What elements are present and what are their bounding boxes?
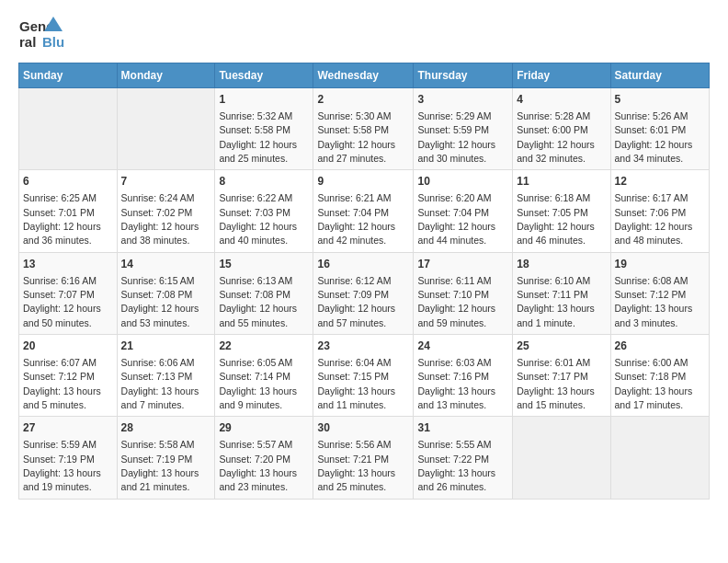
day-info: Sunrise: 5:26 AMSunset: 6:01 PMDaylight:… xyxy=(615,110,693,164)
day-info: Sunrise: 5:59 AMSunset: 7:19 PMDaylight:… xyxy=(23,439,101,492)
day-number: 3 xyxy=(417,92,508,108)
calendar-cell: 4 Sunrise: 5:28 AMSunset: 6:00 PMDayligh… xyxy=(513,88,610,170)
day-info: Sunrise: 6:01 AMSunset: 7:17 PMDaylight:… xyxy=(517,357,595,410)
header-tuesday: Tuesday xyxy=(215,63,313,88)
logo-svg: Gene ral Blue xyxy=(18,15,64,53)
day-info: Sunrise: 5:55 AMSunset: 7:22 PMDaylight:… xyxy=(417,439,495,492)
day-info: Sunrise: 5:29 AMSunset: 5:59 PMDaylight:… xyxy=(417,110,495,164)
day-number: 28 xyxy=(121,420,211,436)
day-number: 20 xyxy=(23,339,113,354)
calendar-cell: 3 Sunrise: 5:29 AMSunset: 5:59 PMDayligh… xyxy=(414,88,513,170)
day-number: 21 xyxy=(121,339,211,354)
calendar-cell: 30 Sunrise: 5:56 AMSunset: 7:21 PMDaylig… xyxy=(313,417,414,499)
calendar-cell: 10 Sunrise: 6:20 AMSunset: 7:04 PMDaylig… xyxy=(414,170,513,252)
day-number: 30 xyxy=(317,420,409,436)
page-header: Gene ral Blue xyxy=(18,15,710,53)
day-number: 25 xyxy=(517,339,606,354)
day-number: 23 xyxy=(317,339,409,354)
header-thursday: Thursday xyxy=(414,63,513,88)
calendar-week-row: 27 Sunrise: 5:59 AMSunset: 7:19 PMDaylig… xyxy=(19,417,710,499)
day-number: 7 xyxy=(121,174,211,190)
day-number: 10 xyxy=(417,174,508,190)
calendar-cell: 20 Sunrise: 6:07 AMSunset: 7:12 PMDaylig… xyxy=(19,335,118,417)
calendar-week-row: 13 Sunrise: 6:16 AMSunset: 7:07 PMDaylig… xyxy=(19,252,710,334)
day-number: 4 xyxy=(517,92,606,108)
calendar-cell: 15 Sunrise: 6:13 AMSunset: 7:08 PMDaylig… xyxy=(215,252,313,334)
calendar-cell: 11 Sunrise: 6:18 AMSunset: 7:05 PMDaylig… xyxy=(513,170,610,252)
day-number: 13 xyxy=(23,257,113,272)
day-info: Sunrise: 6:08 AMSunset: 7:12 PMDaylight:… xyxy=(615,275,693,328)
calendar-cell: 18 Sunrise: 6:10 AMSunset: 7:11 PMDaylig… xyxy=(513,252,610,334)
day-info: Sunrise: 5:28 AMSunset: 6:00 PMDaylight:… xyxy=(517,110,595,164)
header-monday: Monday xyxy=(117,63,215,88)
day-info: Sunrise: 5:57 AMSunset: 7:20 PMDaylight:… xyxy=(219,439,297,492)
day-info: Sunrise: 6:10 AMSunset: 7:11 PMDaylight:… xyxy=(517,275,595,328)
calendar-cell: 29 Sunrise: 5:57 AMSunset: 7:20 PMDaylig… xyxy=(215,417,313,499)
day-number: 29 xyxy=(219,420,309,436)
header-wednesday: Wednesday xyxy=(313,63,414,88)
calendar-cell: 1 Sunrise: 5:32 AMSunset: 5:58 PMDayligh… xyxy=(215,88,313,170)
calendar-cell: 31 Sunrise: 5:55 AMSunset: 7:22 PMDaylig… xyxy=(414,417,513,499)
day-info: Sunrise: 6:05 AMSunset: 7:14 PMDaylight:… xyxy=(219,357,297,410)
day-info: Sunrise: 6:03 AMSunset: 7:16 PMDaylight:… xyxy=(417,357,495,410)
calendar-week-row: 6 Sunrise: 6:25 AMSunset: 7:01 PMDayligh… xyxy=(19,170,710,252)
svg-text:Blue: Blue xyxy=(42,34,64,50)
calendar-cell: 14 Sunrise: 6:15 AMSunset: 7:08 PMDaylig… xyxy=(117,252,215,334)
day-number: 27 xyxy=(23,420,113,436)
day-number: 15 xyxy=(219,257,309,272)
calendar-cell: 28 Sunrise: 5:58 AMSunset: 7:19 PMDaylig… xyxy=(117,417,215,499)
day-info: Sunrise: 6:11 AMSunset: 7:10 PMDaylight:… xyxy=(417,275,495,328)
day-info: Sunrise: 6:16 AMSunset: 7:07 PMDaylight:… xyxy=(23,275,101,328)
day-number: 14 xyxy=(121,257,211,272)
calendar-week-row: 20 Sunrise: 6:07 AMSunset: 7:12 PMDaylig… xyxy=(19,335,710,417)
calendar-cell: 23 Sunrise: 6:04 AMSunset: 7:15 PMDaylig… xyxy=(313,335,414,417)
day-info: Sunrise: 5:32 AMSunset: 5:58 PMDaylight:… xyxy=(219,110,297,164)
calendar-cell: 13 Sunrise: 6:16 AMSunset: 7:07 PMDaylig… xyxy=(19,252,118,334)
logo: Gene ral Blue xyxy=(18,15,64,53)
day-info: Sunrise: 6:18 AMSunset: 7:05 PMDaylight:… xyxy=(517,192,595,246)
calendar-cell: 22 Sunrise: 6:05 AMSunset: 7:14 PMDaylig… xyxy=(215,335,313,417)
day-number: 1 xyxy=(219,92,309,108)
calendar-cell: 5 Sunrise: 5:26 AMSunset: 6:01 PMDayligh… xyxy=(610,88,709,170)
day-number: 8 xyxy=(219,174,309,190)
day-number: 19 xyxy=(615,257,705,272)
calendar-cell: 9 Sunrise: 6:21 AMSunset: 7:04 PMDayligh… xyxy=(313,170,414,252)
calendar-cell: 8 Sunrise: 6:22 AMSunset: 7:03 PMDayligh… xyxy=(215,170,313,252)
day-info: Sunrise: 6:17 AMSunset: 7:06 PMDaylight:… xyxy=(615,192,693,246)
day-info: Sunrise: 6:04 AMSunset: 7:15 PMDaylight:… xyxy=(317,357,395,410)
calendar-header-row: SundayMondayTuesdayWednesdayThursdayFrid… xyxy=(19,63,710,88)
calendar-cell: 21 Sunrise: 6:06 AMSunset: 7:13 PMDaylig… xyxy=(117,335,215,417)
day-number: 11 xyxy=(517,174,606,190)
day-number: 18 xyxy=(517,257,606,272)
day-number: 26 xyxy=(615,339,705,354)
calendar-cell: 25 Sunrise: 6:01 AMSunset: 7:17 PMDaylig… xyxy=(513,335,610,417)
calendar-table: SundayMondayTuesdayWednesdayThursdayFrid… xyxy=(18,63,710,500)
day-info: Sunrise: 6:13 AMSunset: 7:08 PMDaylight:… xyxy=(219,275,297,328)
day-info: Sunrise: 5:56 AMSunset: 7:21 PMDaylight:… xyxy=(317,439,395,492)
day-info: Sunrise: 6:21 AMSunset: 7:04 PMDaylight:… xyxy=(317,192,395,246)
day-number: 17 xyxy=(417,257,508,272)
day-info: Sunrise: 6:07 AMSunset: 7:12 PMDaylight:… xyxy=(23,357,101,410)
calendar-cell: 27 Sunrise: 5:59 AMSunset: 7:19 PMDaylig… xyxy=(19,417,118,499)
day-number: 9 xyxy=(317,174,409,190)
calendar-cell xyxy=(610,417,709,499)
day-number: 24 xyxy=(417,339,508,354)
day-info: Sunrise: 6:12 AMSunset: 7:09 PMDaylight:… xyxy=(317,275,395,328)
header-saturday: Saturday xyxy=(610,63,709,88)
calendar-cell: 19 Sunrise: 6:08 AMSunset: 7:12 PMDaylig… xyxy=(610,252,709,334)
calendar-cell xyxy=(19,88,118,170)
calendar-cell: 17 Sunrise: 6:11 AMSunset: 7:10 PMDaylig… xyxy=(414,252,513,334)
day-number: 6 xyxy=(23,174,113,190)
day-number: 5 xyxy=(615,92,705,108)
day-info: Sunrise: 6:20 AMSunset: 7:04 PMDaylight:… xyxy=(417,192,495,246)
day-number: 31 xyxy=(417,420,508,436)
calendar-cell: 6 Sunrise: 6:25 AMSunset: 7:01 PMDayligh… xyxy=(19,170,118,252)
day-info: Sunrise: 6:25 AMSunset: 7:01 PMDaylight:… xyxy=(23,192,101,246)
calendar-cell: 26 Sunrise: 6:00 AMSunset: 7:18 PMDaylig… xyxy=(610,335,709,417)
calendar-cell: 16 Sunrise: 6:12 AMSunset: 7:09 PMDaylig… xyxy=(313,252,414,334)
day-info: Sunrise: 6:00 AMSunset: 7:18 PMDaylight:… xyxy=(615,357,693,410)
svg-text:ral: ral xyxy=(19,34,36,50)
calendar-cell: 12 Sunrise: 6:17 AMSunset: 7:06 PMDaylig… xyxy=(610,170,709,252)
header-sunday: Sunday xyxy=(19,63,118,88)
day-info: Sunrise: 6:22 AMSunset: 7:03 PMDaylight:… xyxy=(219,192,297,246)
